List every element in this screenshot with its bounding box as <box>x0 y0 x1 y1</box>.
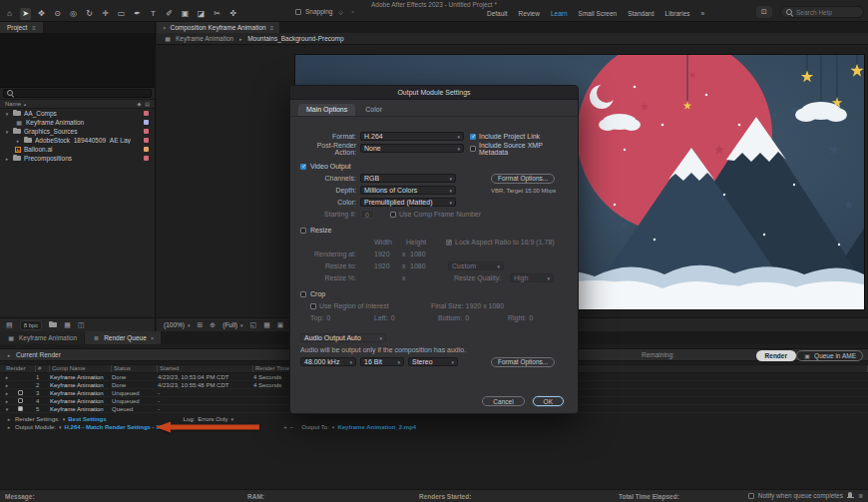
render-settings-link[interactable]: Best Settings <box>68 416 106 422</box>
puppet-tool-icon[interactable]: ✜ <box>227 8 238 20</box>
tab-composition[interactable]: × Composition Keyframe Animation ≡ <box>157 22 279 33</box>
roto-brush-tool-icon[interactable]: ✂ <box>212 8 222 20</box>
snapping-checkbox[interactable] <box>295 9 301 15</box>
post-render-select[interactable]: None ▾ <box>360 144 464 153</box>
workspace-review[interactable]: Review <box>519 10 540 17</box>
output-to-link[interactable]: Keyframe Animation_2.mp4 <box>337 424 416 430</box>
list-item[interactable]: Ai Balloon.ai <box>0 145 155 154</box>
add-output-module-icon[interactable]: + <box>283 424 287 430</box>
interpret-footage-icon[interactable]: ▤ <box>6 321 13 329</box>
brush-tool-icon[interactable]: ✐ <box>164 8 175 20</box>
audio-output-select[interactable]: Audio Output Auto ▾ <box>300 333 386 342</box>
queue-checkbox[interactable] <box>18 406 23 411</box>
label-color-chip[interactable] <box>144 147 149 152</box>
crop-checkbox[interactable] <box>300 291 306 297</box>
pen-tool-icon[interactable]: ✒ <box>132 8 143 20</box>
workspace-default[interactable]: Default <box>487 10 508 17</box>
format-select[interactable]: H.264 ▾ <box>360 132 464 141</box>
grid-guides-icon[interactable]: ⊞ <box>197 321 203 329</box>
pan-behind-tool-icon[interactable]: ✛ <box>100 8 111 20</box>
close-icon[interactable]: × <box>151 335 155 341</box>
clone-stamp-tool-icon[interactable]: ▣ <box>180 8 191 20</box>
project-search-input[interactable] <box>3 89 152 98</box>
workspace-standard[interactable]: Standard <box>628 10 653 17</box>
target-icon[interactable]: ⊕ <box>210 321 216 329</box>
render-button[interactable]: Render <box>756 350 796 361</box>
twirl-closed-icon[interactable]: ▸ <box>6 424 12 430</box>
search-help-input[interactable] <box>796 9 858 16</box>
tab-color[interactable]: Color <box>357 104 390 116</box>
label-color-chip[interactable] <box>144 138 149 143</box>
close-icon[interactable]: × <box>163 25 167 31</box>
magnification-select[interactable]: (100%) ▾ <box>164 321 190 328</box>
delete-icon[interactable]: ◫ <box>78 321 85 329</box>
video-format-options-button[interactable]: Format Options... <box>491 174 555 184</box>
resize-quality-select[interactable]: High ▾ <box>510 273 554 282</box>
tab-render-queue[interactable]: ≣ Render Queue × <box>85 331 161 344</box>
workspace-learn[interactable]: Learn <box>551 10 568 17</box>
home-icon[interactable]: ⌂ <box>4 8 15 20</box>
audio-channels-select[interactable]: Stereo ▾ <box>408 357 458 366</box>
twirl-open-icon[interactable]: ▾ <box>4 406 10 412</box>
zoom-tool-icon[interactable]: ⊙ <box>52 8 63 20</box>
queue-in-ame-button[interactable]: ▣ Queue in AME <box>796 350 863 361</box>
breadcrumb-comp[interactable]: Keyframe Animation <box>176 35 233 42</box>
twirl-closed-icon[interactable]: ▸ <box>4 374 10 380</box>
project-color-depth-button[interactable]: 8 bpc <box>20 320 43 330</box>
list-item[interactable]: ▾ AA_Comps <box>0 109 155 118</box>
twirl-closed-icon[interactable]: ▸ <box>4 390 10 396</box>
audio-format-options-button[interactable]: Format Options... <box>491 357 555 367</box>
label-color-chip[interactable] <box>144 129 149 134</box>
video-output-checkbox[interactable] <box>300 164 306 170</box>
shape-tool-icon[interactable]: ▭ <box>116 8 127 20</box>
list-item[interactable]: ▦ Keyframe Animation <box>0 118 155 127</box>
include-project-link-checkbox[interactable] <box>470 134 476 140</box>
panel-menu-icon[interactable]: ≣ <box>858 492 863 499</box>
new-folder-icon[interactable] <box>49 322 57 327</box>
queue-checkbox[interactable] <box>18 398 23 403</box>
workspace-libraries[interactable]: Libraries <box>665 10 690 17</box>
project-column-header[interactable]: Name ▲ ◆ ▤ <box>0 100 155 109</box>
fast-previews-icon[interactable]: ▣ <box>277 321 284 329</box>
twirl-closed-icon[interactable]: ▸ <box>4 382 10 388</box>
list-item[interactable]: ▸ AdobeStock_189440509_AE Layers <box>0 136 155 145</box>
panel-menu-icon[interactable]: ≡ <box>270 25 274 31</box>
notify-checkbox[interactable] <box>748 493 754 499</box>
tab-timeline-keyframe-animation[interactable]: ▦ Keyframe Animation <box>0 331 84 344</box>
depth-select[interactable]: Millions of Colors ▾ <box>360 186 456 195</box>
twirl-closed-icon[interactable]: ▸ <box>4 398 10 404</box>
list-item[interactable]: ▸ Precompositions <box>0 154 155 163</box>
label-color-chip[interactable] <box>144 156 149 161</box>
list-item[interactable]: ▾ Graphics_Sources <box>0 127 155 136</box>
twirl-closed-icon[interactable]: ▸ <box>6 352 12 358</box>
share-icon[interactable]: ⊡ <box>756 6 772 18</box>
color-select[interactable]: Premultiplied (Matted) ▾ <box>360 198 456 207</box>
orbit-tool-icon[interactable]: ◎ <box>68 8 79 20</box>
cancel-button[interactable]: Cancel <box>482 396 524 406</box>
ok-button[interactable]: OK <box>533 396 564 406</box>
eraser-tool-icon[interactable]: ◪ <box>196 8 207 20</box>
twirl-closed-icon[interactable]: ▸ <box>4 156 10 162</box>
use-comp-frame-checkbox[interactable] <box>390 212 396 218</box>
label-color-chip[interactable] <box>144 120 149 125</box>
use-roi-checkbox[interactable] <box>310 303 316 309</box>
workspace-overflow-icon[interactable]: » <box>701 10 705 17</box>
resolution-select[interactable]: (Full) ▾ <box>222 321 242 328</box>
type-tool-icon[interactable]: T <box>148 8 159 20</box>
region-of-interest-icon[interactable]: ◱ <box>250 321 257 329</box>
label-color-chip[interactable] <box>144 111 149 116</box>
sample-rate-select[interactable]: 48.000 kHz ▾ <box>300 357 356 366</box>
tab-project[interactable]: Project ≡ <box>0 22 43 33</box>
selection-tool-icon[interactable]: ➤ <box>20 8 31 20</box>
rotation-tool-icon[interactable]: ↻ <box>84 8 95 20</box>
workspace-small-screen[interactable]: Small Screen <box>579 10 618 17</box>
new-composition-icon[interactable]: ▦ <box>64 321 71 329</box>
resize-checkbox[interactable] <box>300 228 306 234</box>
transparency-grid-icon[interactable]: ▦ <box>263 321 270 329</box>
twirl-open-icon[interactable]: ▾ <box>4 129 10 135</box>
snap-option-icon[interactable]: ◇ <box>336 8 344 15</box>
channels-select[interactable]: RGB ▾ <box>360 174 456 183</box>
lock-aspect-checkbox[interactable] <box>446 240 452 246</box>
twirl-closed-icon[interactable]: ▸ <box>6 416 12 422</box>
hand-tool-icon[interactable]: ✥ <box>36 8 47 20</box>
